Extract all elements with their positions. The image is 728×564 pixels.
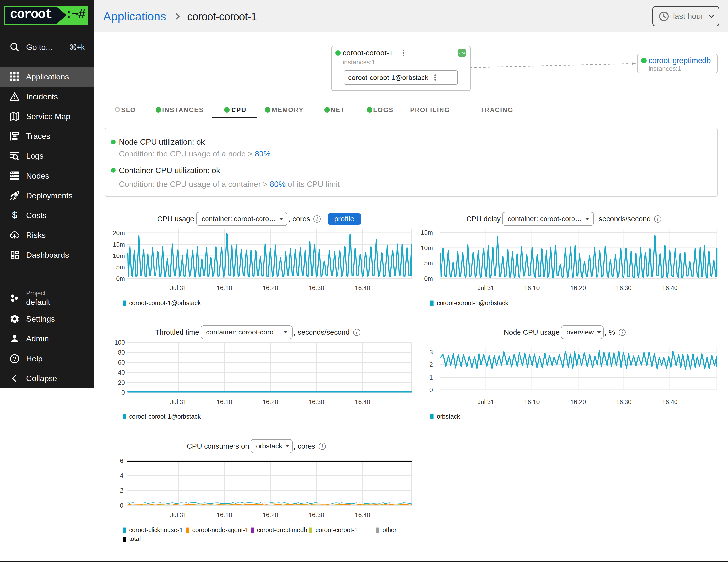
svg-text:Jul 31: Jul 31: [478, 398, 494, 405]
svg-text:20: 20: [118, 379, 125, 386]
svg-text:coroot-coroot-1@orbstack: coroot-coroot-1@orbstack: [129, 299, 201, 306]
svg-text:16:20: 16:20: [571, 284, 586, 291]
svg-text:16:40: 16:40: [355, 398, 370, 405]
svg-text:16:30: 16:30: [309, 512, 324, 518]
svg-text:16:10: 16:10: [217, 398, 232, 405]
svg-text:15m: 15m: [421, 229, 433, 236]
svg-text:0: 0: [429, 386, 433, 393]
svg-text:16:40: 16:40: [662, 398, 678, 405]
svg-text:16:30: 16:30: [616, 284, 632, 291]
svg-text:16:10: 16:10: [217, 512, 232, 518]
svg-text:5m: 5m: [116, 264, 125, 271]
svg-text:Jul 31: Jul 31: [170, 398, 187, 405]
svg-text:16:40: 16:40: [355, 512, 370, 518]
svg-text:16:30: 16:30: [309, 284, 324, 291]
svg-text:0: 0: [120, 502, 123, 509]
svg-text:coroot-coroot-1@orbstack: coroot-coroot-1@orbstack: [437, 299, 508, 306]
svg-text:other: other: [383, 526, 397, 533]
svg-text:10m: 10m: [421, 244, 433, 251]
svg-text:15m: 15m: [113, 241, 125, 248]
svg-text:orbstack: orbstack: [437, 413, 460, 420]
svg-text:20m: 20m: [113, 230, 125, 236]
svg-text:Jul 31: Jul 31: [170, 284, 187, 291]
svg-text:2: 2: [429, 361, 433, 368]
svg-text:16:20: 16:20: [571, 398, 586, 405]
svg-text:100: 100: [114, 339, 125, 346]
svg-text:?: ?: [13, 355, 17, 362]
svg-text:16:20: 16:20: [263, 398, 278, 405]
svg-text:coroot-clickhouse-1: coroot-clickhouse-1: [129, 526, 183, 533]
svg-text:0m: 0m: [116, 275, 125, 282]
svg-text:$: $: [12, 210, 17, 220]
svg-text:coroot-greptimedb: coroot-greptimedb: [257, 526, 307, 533]
svg-text:Jul 31: Jul 31: [170, 512, 187, 518]
svg-text:2: 2: [120, 487, 123, 494]
svg-text:coroot-coroot-1@orbstack: coroot-coroot-1@orbstack: [129, 413, 201, 420]
svg-text:Jul 31: Jul 31: [478, 284, 494, 291]
svg-text:5m: 5m: [424, 260, 433, 267]
svg-text:80: 80: [118, 349, 125, 356]
svg-text:1: 1: [429, 374, 433, 381]
svg-text:16:40: 16:40: [355, 284, 370, 291]
svg-text:16:10: 16:10: [524, 398, 540, 405]
svg-text:16:30: 16:30: [616, 398, 632, 405]
svg-text:16:20: 16:20: [263, 284, 278, 291]
svg-text:16:10: 16:10: [524, 284, 540, 291]
svg-text:3: 3: [429, 349, 433, 356]
svg-text:6: 6: [120, 457, 123, 464]
svg-text:coroot-node-agent-1: coroot-node-agent-1: [192, 526, 249, 533]
svg-text:coroot-coroot-1: coroot-coroot-1: [316, 526, 358, 533]
svg-text:16:40: 16:40: [662, 284, 678, 291]
svg-text:0m: 0m: [424, 275, 433, 282]
svg-text:16:20: 16:20: [263, 512, 278, 518]
svg-text:16:30: 16:30: [309, 398, 324, 405]
svg-text:0: 0: [121, 389, 125, 396]
svg-text:10m: 10m: [113, 252, 125, 259]
svg-text:60: 60: [118, 359, 125, 366]
svg-text:40: 40: [118, 369, 125, 376]
svg-text:4: 4: [120, 472, 123, 479]
svg-text:16:10: 16:10: [217, 284, 232, 291]
svg-text:total: total: [129, 535, 141, 542]
